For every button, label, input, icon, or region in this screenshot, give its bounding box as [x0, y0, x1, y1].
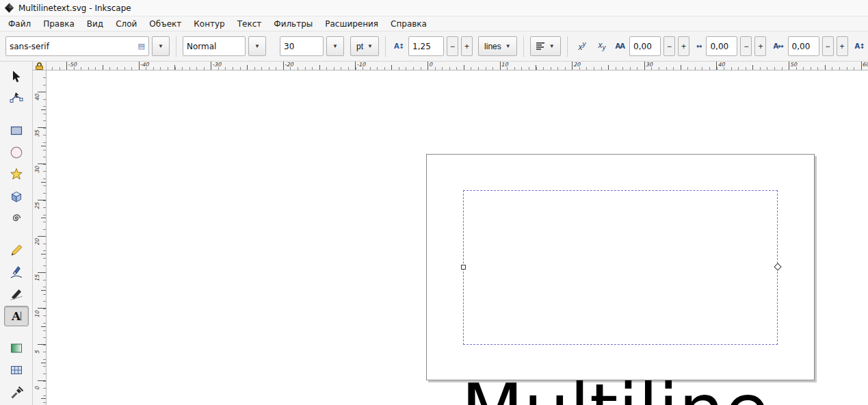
word-spacing-input[interactable] [710, 42, 733, 51]
canvas[interactable]: Multiline text [47, 70, 868, 405]
ruler-label: 60 [863, 62, 868, 68]
word-spacing-plus-button[interactable]: + [754, 36, 766, 56]
spiral-tool[interactable] [4, 208, 29, 228]
text-selection-frame[interactable]: Multiline text [463, 190, 778, 345]
font-style-input[interactable] [187, 42, 241, 51]
text-anchor-handle[interactable] [461, 265, 466, 270]
word-spacing-field [706, 36, 737, 56]
menu-text[interactable]: Текст [231, 18, 268, 30]
menu-extensions[interactable]: Расширения [319, 18, 384, 30]
chevron-down-icon: ▼ [367, 43, 373, 49]
font-size-unit-value: pt [356, 42, 363, 51]
menu-view[interactable]: Вид [81, 18, 109, 30]
pen-tool[interactable] [4, 262, 29, 283]
letter-spacing-minus-button[interactable]: − [663, 36, 675, 56]
ruler-tick [38, 164, 46, 164]
dropper-tool[interactable] [4, 382, 29, 402]
page[interactable]: Multiline text [426, 154, 815, 380]
node-editor-icon [10, 92, 23, 105]
box3d-tool[interactable] [4, 186, 29, 207]
guide-lock-toggle[interactable] [33, 62, 47, 70]
font-style-field [183, 36, 246, 56]
text-align-dropdown[interactable]: ▼ [530, 36, 561, 56]
spiral-icon [10, 211, 23, 225]
font-family-field: ▤ [5, 36, 149, 56]
toolbox: A [0, 62, 33, 405]
toolbox-group-gap [0, 110, 32, 119]
ruler-tick [464, 65, 464, 70]
node-tool[interactable] [4, 88, 29, 109]
ruler-label: 50 [790, 62, 797, 68]
ruler-tick [355, 62, 356, 70]
ruler-tick [825, 65, 826, 70]
font-family-dropdown-button[interactable]: ▼ [152, 36, 170, 56]
font-family-input[interactable] [10, 42, 136, 51]
menu-filters[interactable]: Фильтры [267, 18, 319, 30]
word-spacing-minus-button[interactable]: − [740, 36, 752, 56]
menu-path[interactable]: Контур [187, 18, 231, 30]
letter-spacing-input[interactable] [633, 42, 657, 51]
font-size-unit-dropdown[interactable]: pt ▼ [350, 36, 379, 56]
selector-icon [10, 70, 23, 83]
ruler-tick [38, 92, 46, 92]
horizontal-ruler[interactable]: -50-40-30-20-100102030405060 [47, 62, 868, 70]
ruler-tick [38, 380, 46, 381]
mesh-tool[interactable] [4, 360, 29, 380]
letter-spacing-plus-button[interactable]: + [678, 36, 689, 56]
menu-layer[interactable]: Слой [109, 18, 143, 30]
line-spacing-plus-button[interactable]: + [461, 36, 473, 56]
horizontal-kerning-input[interactable] [792, 42, 815, 51]
vertical-ruler[interactable]: 4035302520151050 [33, 70, 47, 405]
ruler-label: 0 [34, 387, 40, 390]
line-spacing-input[interactable] [412, 42, 440, 51]
ruler-label: -10 [356, 62, 365, 68]
ruler-label: 5 [34, 350, 40, 354]
toolbox-group-gap [0, 328, 32, 337]
pencil-tool[interactable] [4, 240, 29, 261]
horizontal-kerning-plus-button[interactable]: + [837, 36, 848, 56]
text-object[interactable]: Multiline text [461, 171, 830, 405]
text-tool[interactable]: A [4, 306, 29, 326]
ruler-tick [391, 65, 392, 70]
line-spacing-minus-button[interactable]: − [447, 36, 458, 56]
ruler-label: 20 [34, 239, 40, 246]
line-spacing-unit-dropdown[interactable]: lines ▼ [478, 36, 517, 56]
ellipse-tool[interactable] [4, 142, 29, 163]
word-spacing-icon: ↔ [696, 42, 701, 50]
calligraphy-tool[interactable] [4, 284, 29, 304]
star-tool[interactable] [4, 164, 29, 185]
ruler-tick [41, 182, 46, 183]
pencil-icon [10, 244, 23, 257]
superscript-button[interactable]: xy [574, 38, 591, 55]
selector-tool[interactable] [4, 66, 29, 87]
dropper-icon [10, 385, 23, 399]
text-line: Multiline [461, 363, 830, 405]
font-style-dropdown-button[interactable]: ▼ [248, 36, 266, 56]
ruler-tick [572, 62, 573, 70]
ruler-row: -50-40-30-20-100102030405060 [33, 62, 868, 70]
font-size-input[interactable] [284, 42, 319, 51]
canvas-column: -50-40-30-20-100102030405060 40353025201… [33, 62, 868, 405]
menu-edit[interactable]: Правка [37, 18, 81, 30]
workspace: A [0, 62, 868, 405]
gradient-tool[interactable] [4, 338, 29, 358]
line-spacing-unit-value: lines [484, 42, 501, 51]
menu-object[interactable]: Объект [143, 18, 187, 30]
ruler-tick [38, 272, 46, 273]
horizontal-kerning-minus-button[interactable]: − [822, 36, 834, 56]
window-title: Multilinetext.svg - Inkscape [18, 3, 131, 13]
ruler-tick [41, 146, 46, 146]
ruler-tick [283, 62, 284, 70]
rectangle-tool[interactable] [4, 120, 29, 141]
ruler-tick [174, 65, 175, 70]
horizontal-kerning-icon: A↔ [773, 42, 782, 50]
subscript-button[interactable]: xy [594, 38, 611, 55]
ruler-tick [41, 254, 46, 254]
font-size-dropdown-button[interactable]: ▼ [326, 36, 344, 56]
menu-file[interactable]: Файл [2, 18, 37, 30]
font-collections-icon[interactable]: ▤ [138, 42, 145, 51]
inkscape-window: Multilinetext.svg - Inkscape Файл Правка… [0, 0, 868, 405]
ruler-tick [41, 398, 46, 399]
inkscape-logo-icon [4, 3, 14, 13]
menu-help[interactable]: Справка [384, 18, 433, 30]
